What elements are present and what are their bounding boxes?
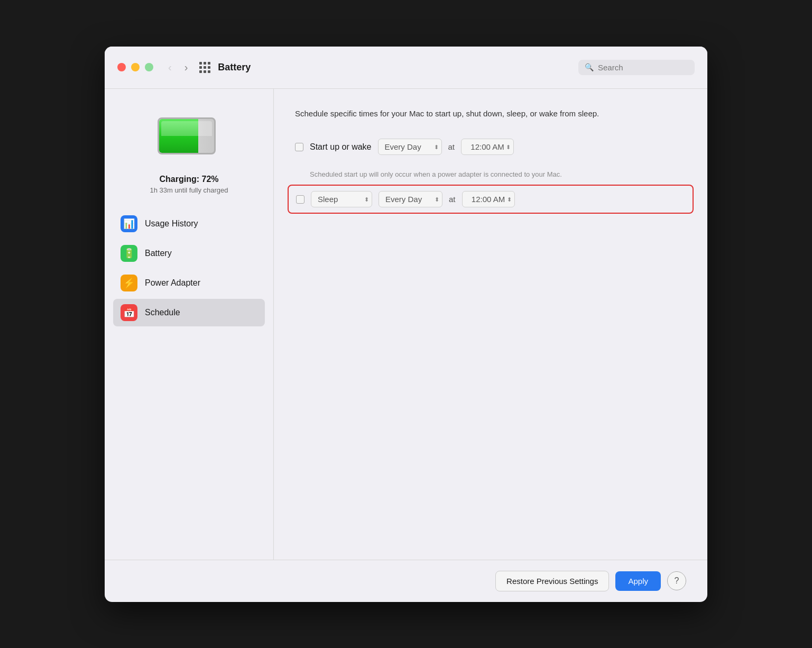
schedule-icon: 📅 bbox=[121, 304, 137, 321]
close-button[interactable] bbox=[117, 63, 126, 71]
back-button[interactable]: ‹ bbox=[164, 59, 176, 76]
sidebar-item-power-adapter-label: Power Adapter bbox=[145, 278, 200, 288]
sleep-action-select-wrapper: Sleep Restart Shut Down bbox=[311, 191, 372, 207]
sidebar-item-usage-history-label: Usage History bbox=[145, 219, 198, 229]
maximize-button[interactable] bbox=[145, 63, 153, 71]
titlebar: ‹ › Battery 🔍 bbox=[105, 47, 707, 89]
battery-status: Charging: 72% 1h 33m until fully charged bbox=[150, 175, 228, 194]
apply-button[interactable]: Apply bbox=[615, 571, 661, 591]
startup-hint: Scheduled start up will only occur when … bbox=[310, 170, 595, 179]
power-adapter-icon: ⚡ bbox=[121, 275, 137, 291]
sleep-row: Sleep Restart Shut Down Every Day Weekda… bbox=[288, 185, 694, 214]
usage-history-icon: 📊 bbox=[121, 215, 137, 232]
sidebar: Charging: 72% 1h 33m until fully charged… bbox=[105, 89, 274, 560]
battery-nav-icon: 🔋 bbox=[121, 245, 137, 262]
sidebar-item-battery-label: Battery bbox=[145, 249, 172, 258]
startup-time-input[interactable] bbox=[461, 139, 514, 155]
restore-button[interactable]: Restore Previous Settings bbox=[495, 571, 609, 591]
sidebar-item-power-adapter[interactable]: ⚡ Power Adapter bbox=[113, 269, 265, 297]
startup-day-select[interactable]: Every Day Weekdays Weekends Monday Tuesd… bbox=[378, 139, 442, 155]
help-button[interactable]: ? bbox=[667, 571, 686, 590]
startup-label: Start up or wake bbox=[310, 142, 372, 152]
nav-buttons: ‹ › bbox=[164, 59, 192, 76]
forward-button[interactable]: › bbox=[180, 59, 192, 76]
charging-label: Charging: 72% bbox=[150, 175, 228, 184]
startup-at-text: at bbox=[448, 142, 455, 151]
startup-row: Start up or wake Every Day Weekdays Week… bbox=[295, 135, 686, 158]
sleep-action-select[interactable]: Sleep Restart Shut Down bbox=[311, 191, 372, 207]
content-area: Charging: 72% 1h 33m until fully charged… bbox=[105, 89, 707, 560]
traffic-lights bbox=[117, 63, 153, 71]
search-input[interactable] bbox=[598, 63, 688, 72]
sidebar-item-schedule-label: Schedule bbox=[145, 308, 180, 317]
sidebar-item-usage-history[interactable]: 📊 Usage History bbox=[113, 210, 265, 238]
sleep-time-wrapper bbox=[462, 191, 515, 207]
sleep-at-text: at bbox=[449, 195, 456, 204]
sleep-checkbox[interactable] bbox=[296, 195, 304, 204]
window-title: Battery bbox=[218, 62, 251, 73]
startup-day-select-wrapper: Every Day Weekdays Weekends Monday Tuesd… bbox=[378, 139, 442, 155]
startup-time-wrapper bbox=[461, 139, 514, 155]
sidebar-item-schedule[interactable]: 📅 Schedule bbox=[113, 299, 265, 326]
sidebar-item-battery[interactable]: 🔋 Battery bbox=[113, 240, 265, 267]
description-text: Schedule specific times for your Mac to … bbox=[295, 108, 612, 120]
sidebar-nav: 📊 Usage History 🔋 Battery ⚡ Power Adapte… bbox=[113, 210, 265, 326]
search-bar[interactable]: 🔍 bbox=[578, 60, 695, 75]
sleep-day-select-wrapper: Every Day Weekdays Weekends Monday Tuesd… bbox=[379, 191, 442, 207]
search-icon: 🔍 bbox=[585, 63, 594, 71]
right-panel: Schedule specific times for your Mac to … bbox=[274, 89, 707, 560]
battery-icon bbox=[158, 117, 221, 160]
main-window: ‹ › Battery 🔍 Charging: bbox=[105, 47, 707, 602]
bottom-bar: Restore Previous Settings Apply ? bbox=[105, 560, 707, 602]
grid-icon[interactable] bbox=[199, 62, 210, 73]
sleep-time-input[interactable] bbox=[462, 191, 515, 207]
minimize-button[interactable] bbox=[131, 63, 140, 71]
startup-checkbox[interactable] bbox=[295, 143, 303, 151]
charging-sub-label: 1h 33m until fully charged bbox=[150, 186, 228, 194]
sleep-day-select[interactable]: Every Day Weekdays Weekends Monday Tuesd… bbox=[379, 191, 442, 207]
